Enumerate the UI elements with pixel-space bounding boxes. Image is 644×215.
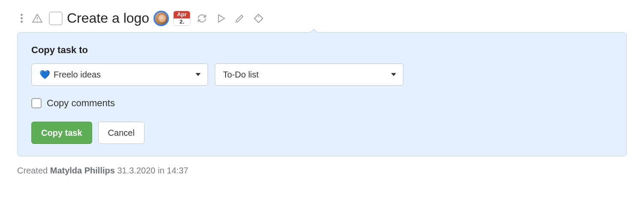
tag-icon[interactable]: [251, 12, 266, 25]
copy-comments-row: Copy comments: [31, 98, 613, 109]
svg-point-3: [258, 15, 259, 17]
copy-comments-checkbox[interactable]: [31, 98, 42, 108]
task-complete-checkbox[interactable]: [49, 12, 63, 25]
panel-title: Copy task to: [31, 45, 613, 56]
copy-task-button[interactable]: Copy task: [31, 122, 92, 144]
author-name: Matylda Phillips: [50, 166, 115, 175]
panel-arrow-icon: [310, 29, 318, 33]
due-month: Apr: [174, 11, 190, 18]
cancel-button[interactable]: Cancel: [98, 122, 144, 144]
svg-point-1: [37, 20, 38, 21]
play-icon[interactable]: [214, 12, 228, 25]
destination-selects: 💙 Freelo ideas To-Do list: [31, 63, 613, 86]
more-menu-icon[interactable]: [17, 14, 26, 23]
chevron-down-icon: [391, 73, 396, 76]
list-select-value: To-Do list: [223, 70, 259, 80]
created-meta: Created Matylda Phillips 31.3.2020 in 14…: [17, 166, 627, 176]
action-buttons: Copy task Cancel: [31, 122, 613, 144]
project-select-value: Freelo ideas: [54, 70, 101, 80]
due-day: 2.: [174, 18, 190, 25]
copy-task-panel: Copy task to 💙 Freelo ideas To-Do list C…: [17, 32, 627, 156]
project-select[interactable]: 💙 Freelo ideas: [31, 63, 208, 86]
task-title: Create a logo: [67, 10, 149, 26]
list-select[interactable]: To-Do list: [215, 63, 403, 86]
assignee-avatar[interactable]: [153, 11, 169, 26]
svg-marker-2: [219, 15, 225, 22]
warning-icon[interactable]: [30, 12, 45, 25]
due-date-badge[interactable]: Apr 2.: [173, 11, 190, 26]
edit-icon[interactable]: [232, 12, 247, 25]
created-prefix: Created: [17, 166, 50, 175]
heart-icon: 💙: [39, 69, 50, 80]
copy-comments-label: Copy comments: [47, 98, 115, 109]
created-timestamp: 31.3.2020 in 14:37: [115, 166, 188, 175]
refresh-icon[interactable]: [195, 12, 209, 25]
task-header: Create a logo Apr 2.: [17, 9, 627, 30]
chevron-down-icon: [196, 73, 201, 76]
